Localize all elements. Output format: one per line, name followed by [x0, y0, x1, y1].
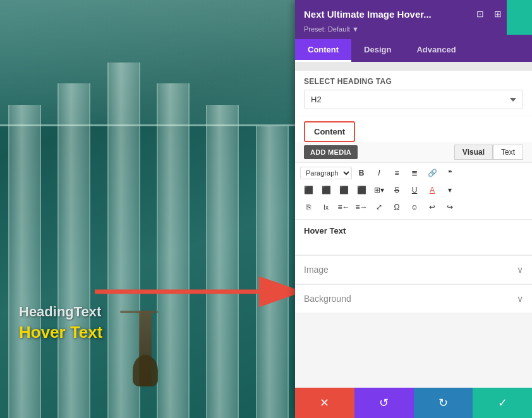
fullscreen-button[interactable]: ⤢ [371, 200, 387, 215]
bold-button[interactable]: B [353, 165, 370, 181]
color-button[interactable]: A [424, 182, 440, 198]
lamp-post [139, 311, 152, 386]
visual-text-tabs: Visual Text [454, 145, 523, 160]
numbered-list-button[interactable]: ≣ [406, 165, 423, 181]
panel-footer: ✕ ↺ ↻ ✓ [295, 388, 532, 418]
save-button[interactable]: ✓ [473, 388, 532, 418]
image-accordion-header[interactable]: Image ∨ [295, 256, 532, 284]
column-2 [57, 83, 90, 418]
cancel-button[interactable]: ✕ [295, 388, 354, 418]
heading-tag-field: Select Heading Tag H2 H1 H3 H4 [295, 71, 532, 116]
tab-advanced[interactable]: Advanced [404, 39, 468, 62]
column-4 [157, 83, 190, 418]
heading-tag-label: Select Heading Tag [304, 77, 523, 86]
redo-button[interactable]: ↪ [442, 200, 458, 215]
image-accordion-chevron: ∨ [517, 265, 523, 275]
editor-toolbar: Paragraph B I ≡ ≣ 🔗 ❝ ⬛ ⬛ ⬛ ⬛ ⊞▾ S [295, 163, 532, 220]
resize-icon-button[interactable]: ⊡ [474, 8, 487, 20]
strikethrough-button[interactable]: S [389, 182, 405, 198]
undo-footer-button[interactable]: ↺ [354, 388, 414, 418]
panel-tabs: Content Design Advanced [295, 39, 532, 62]
image-accordion: Image ∨ [295, 255, 532, 284]
background-accordion: Background ∨ [295, 284, 532, 313]
image-area: HeadingText Hover Text [0, 0, 297, 418]
heading-tag-select[interactable]: H2 H1 H3 H4 [304, 90, 523, 109]
teal-corner-decoration [507, 0, 532, 35]
toolbar-row-3: ⎘ Ix ≡← ≡→ ⤢ Ω ☺ ↩ ↪ [300, 200, 527, 215]
omega-button[interactable]: Ω [389, 200, 405, 215]
content-tab-button[interactable]: Content [304, 121, 355, 142]
color-dropdown-button[interactable]: ▾ [442, 182, 458, 198]
redo-footer-button[interactable]: ↻ [414, 388, 473, 418]
image-accordion-title: Image [304, 265, 329, 275]
column-5 [206, 105, 239, 419]
paragraph-select[interactable]: Paragraph [300, 167, 352, 179]
editor-toolbar-top-row: ADD MEDIA Visual Text [295, 142, 532, 163]
settings-panel: Next Ultimate Image Hover... ⊡ ⊞ ⋮ Prese… [295, 0, 532, 418]
lamp-head [133, 355, 158, 386]
outdent-button[interactable]: ≡← [336, 200, 352, 215]
blockquote-button[interactable]: ❝ [442, 165, 458, 181]
text-tab[interactable]: Text [493, 145, 523, 160]
visual-tab[interactable]: Visual [454, 145, 493, 160]
align-left-button[interactable]: ⬛ [300, 182, 317, 198]
tab-content[interactable]: Content [295, 39, 351, 62]
background-accordion-title: Background [304, 294, 351, 304]
background-accordion-chevron: ∨ [517, 294, 523, 304]
panel-title: Next Ultimate Image Hover... [304, 9, 474, 20]
align-right-button[interactable]: ⬛ [336, 182, 352, 198]
underline-button[interactable]: U [406, 182, 423, 198]
panel-title-row: Next Ultimate Image Hover... ⊡ ⊞ ⋮ [304, 8, 523, 20]
panel-content-area: Select Heading Tag H2 H1 H3 H4 Content A… [295, 62, 532, 388]
add-media-button[interactable]: ADD MEDIA [304, 145, 358, 159]
column-6 [256, 126, 289, 418]
preset-row: Preset: Default ▼ [304, 23, 523, 34]
align-center-button[interactable]: ⬛ [318, 182, 334, 198]
editor-hover-text: Hover Text [304, 226, 346, 236]
toolbar-row-1: Paragraph B I ≡ ≣ 🔗 ❝ [300, 165, 527, 181]
align-justify-button[interactable]: ⬛ [353, 182, 370, 198]
italic-button[interactable]: I [371, 165, 387, 181]
toolbar-row-2: ⬛ ⬛ ⬛ ⬛ ⊞▾ S U A ▾ [300, 182, 527, 198]
link-button[interactable]: 🔗 [424, 165, 440, 181]
tab-design[interactable]: Design [351, 39, 404, 62]
heading-text-label: HeadingText [19, 304, 102, 320]
indent-x-button[interactable]: Ix [318, 200, 334, 215]
emoji-button[interactable]: ☺ [406, 200, 423, 215]
editor-section: Content ADD MEDIA Visual Text Paragraph … [295, 116, 532, 254]
editor-content-area[interactable]: Hover Text [295, 220, 532, 254]
column-1 [8, 105, 41, 419]
bullet-list-button[interactable]: ≡ [389, 165, 405, 181]
indent-button[interactable]: ≡→ [353, 200, 370, 215]
preset-label[interactable]: Preset: Default ▼ [304, 25, 359, 33]
section-spacer-top [295, 62, 532, 71]
layout-icon-button[interactable]: ⊞ [492, 8, 504, 20]
image-text-overlay: HeadingText Hover Text [19, 304, 102, 342]
panel-header: Next Ultimate Image Hover... ⊡ ⊞ ⋮ Prese… [295, 0, 532, 39]
table-button[interactable]: ⊞▾ [371, 182, 387, 198]
lamp-arm [120, 311, 158, 313]
undo-button[interactable]: ↩ [424, 200, 440, 215]
hover-text-label: Hover Text [19, 323, 102, 342]
paste-button[interactable]: ⎘ [300, 200, 317, 215]
bottom-spacer [295, 313, 532, 351]
background-accordion-header[interactable]: Background ∨ [295, 285, 532, 313]
